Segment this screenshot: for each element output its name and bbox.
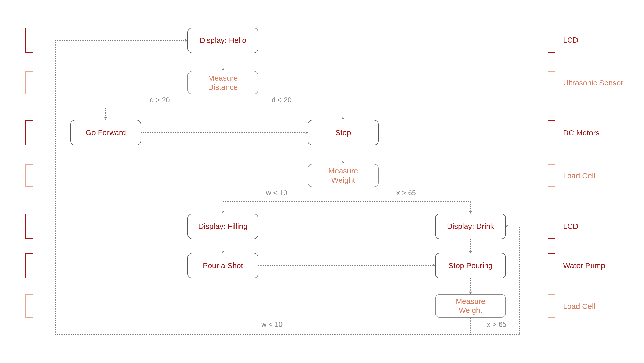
left-bracket-ultrasonic: [25, 71, 33, 94]
node-display-filling: Display: Filling: [187, 214, 258, 239]
row-label-water-pump: Water Pump: [563, 261, 605, 270]
node-measure-weight-2: Measure Weight: [435, 294, 506, 318]
row-label-ultrasonic: Ultrasonic Sensor: [563, 79, 623, 87]
node-pour-a-shot: Pour a Shot: [187, 253, 258, 278]
node-label: Pour a Shot: [203, 261, 243, 270]
node-label: Display: Hello: [199, 36, 246, 45]
row-label-load-cell-1: Load Cell: [563, 171, 595, 180]
right-bracket-dc-motors: [548, 120, 555, 145]
node-label: Stop: [335, 128, 351, 137]
node-label: Go Forward: [86, 128, 126, 137]
row-label-dc-motors: DC Motors: [563, 129, 599, 137]
flowchart-canvas: Display: Hello Measure Distance Go Forwa…: [0, 0, 644, 363]
right-bracket-lcd-2: [548, 214, 555, 239]
edge-label-x-gt-65-top: x > 65: [395, 189, 418, 197]
row-label-lcd-2: LCD: [563, 222, 578, 231]
node-measure-weight-1: Measure Weight: [308, 164, 379, 187]
edge-label-d-gt-20: d > 20: [148, 96, 171, 104]
left-bracket-lcd-1: [25, 28, 33, 53]
edge-label-d-lt-20: d < 20: [270, 96, 293, 104]
left-bracket-lcd-2: [25, 214, 33, 239]
left-bracket-load-cell-1: [25, 164, 33, 187]
node-label: Measure Weight: [456, 297, 486, 315]
node-stop-pouring: Stop Pouring: [435, 253, 506, 278]
row-label-load-cell-2: Load Cell: [563, 302, 595, 311]
right-bracket-water-pump: [548, 253, 555, 278]
node-display-hello: Display: Hello: [187, 28, 258, 53]
node-label: Stop Pouring: [448, 261, 492, 270]
left-bracket-dc-motors: [25, 120, 33, 145]
right-bracket-load-cell-2: [548, 294, 555, 318]
right-bracket-ultrasonic: [548, 71, 555, 94]
node-label: Display: Drink: [447, 222, 494, 231]
node-display-drink: Display: Drink: [435, 214, 506, 239]
right-bracket-lcd-1: [548, 28, 555, 53]
edge-label-w-lt-10-top: w < 10: [264, 189, 289, 197]
node-measure-distance: Measure Distance: [187, 71, 258, 94]
edge-label-x-gt-65-bottom: x > 65: [485, 320, 508, 329]
edge-label-w-lt-10-bottom: w < 10: [260, 320, 284, 329]
node-stop: Stop: [308, 120, 379, 145]
node-go-forward: Go Forward: [70, 120, 141, 145]
node-label: Display: Filling: [198, 222, 247, 231]
row-label-lcd-1: LCD: [563, 36, 578, 44]
right-bracket-load-cell-1: [548, 164, 555, 187]
left-bracket-load-cell-2: [25, 294, 33, 318]
node-label: Measure Weight: [328, 166, 358, 185]
left-bracket-water-pump: [25, 253, 33, 278]
node-label: Measure Distance: [208, 73, 238, 92]
